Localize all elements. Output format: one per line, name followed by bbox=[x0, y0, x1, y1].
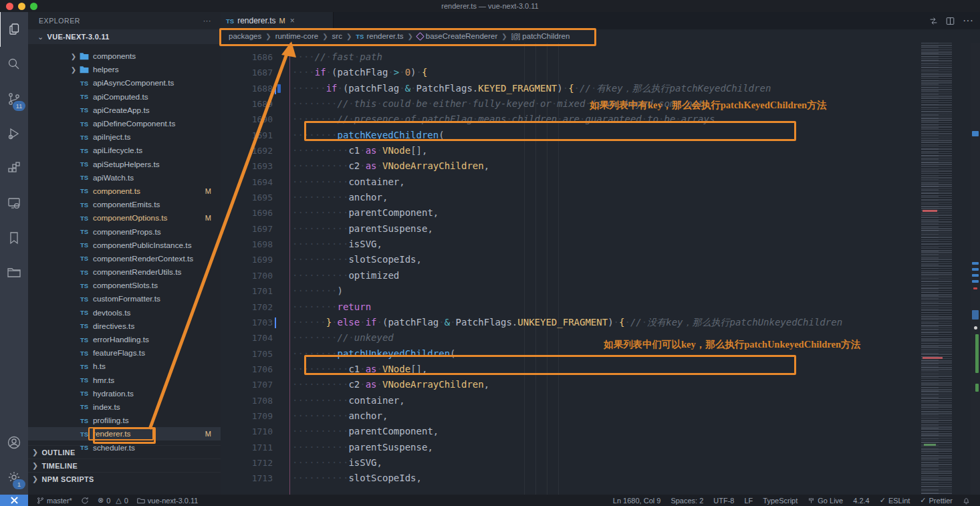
eslint-status[interactable]: ✓ESLint bbox=[880, 496, 910, 505]
bookmarks-icon[interactable] bbox=[0, 221, 28, 255]
section-npm-scripts[interactable]: ❯NPM SCRIPTS bbox=[28, 472, 221, 485]
extension-version[interactable]: 4.2.4 bbox=[853, 497, 869, 505]
tree-item-directives-ts[interactable]: TSdirectives.ts bbox=[28, 320, 221, 333]
tree-item-components[interactable]: ❯components bbox=[28, 49, 221, 63]
code-line-1691[interactable]: 1691········patchKeyedChildren( bbox=[221, 128, 917, 143]
extensions-icon[interactable] bbox=[0, 151, 28, 186]
tree-item-renderer-ts[interactable]: TSrenderer.tsM bbox=[28, 427, 221, 440]
tree-item-apiAsyncComponent-ts[interactable]: TSapiAsyncComponent.ts bbox=[28, 76, 221, 90]
tree-item-helpers[interactable]: ❯helpers bbox=[28, 63, 221, 76]
code-line-1699[interactable]: 1699··········slotScopeIds, bbox=[221, 252, 917, 267]
problems-item[interactable]: ⊗ 0 △ 0 bbox=[98, 496, 128, 505]
code-line-1706[interactable]: 1706··········c1·as·VNode[], bbox=[221, 362, 917, 377]
ts-file-icon: TS bbox=[78, 187, 91, 195]
code-line-1708[interactable]: 1708··········container, bbox=[221, 393, 917, 408]
go-live-button[interactable]: Go Live bbox=[808, 497, 843, 505]
breadcrumb-patchChildren[interactable]: [@]patchChildren bbox=[511, 32, 570, 40]
tree-item-apiInject-ts[interactable]: TSapiInject.ts bbox=[28, 130, 221, 144]
sync-button[interactable] bbox=[81, 497, 89, 505]
indentation[interactable]: Spaces: 2 bbox=[670, 497, 703, 505]
tab-renderer-ts[interactable]: TS renderer.ts M × bbox=[221, 12, 334, 29]
tree-item-errorHandling-ts[interactable]: TSerrorHandling.ts bbox=[28, 333, 221, 346]
source-control-icon[interactable]: 11 bbox=[0, 82, 28, 116]
section-timeline[interactable]: ❯TIMELINE bbox=[28, 459, 221, 472]
tree-item-hmr-ts[interactable]: TShmr.ts bbox=[28, 374, 221, 387]
tree-item-componentRenderContext-ts[interactable]: TScomponentRenderContext.ts bbox=[28, 252, 221, 265]
code-line-1712[interactable]: 1712··········isSVG, bbox=[221, 455, 917, 471]
project-manager-icon[interactable] bbox=[0, 255, 28, 290]
tree-item-componentRenderUtils-ts[interactable]: TScomponentRenderUtils.ts bbox=[28, 265, 221, 279]
tree-item-apiComputed-ts[interactable]: TSapiComputed.ts bbox=[28, 90, 221, 104]
overview-ruler[interactable] bbox=[971, 43, 980, 495]
code-line-1707[interactable]: 1707··········c2·as·VNodeArrayChildren, bbox=[221, 377, 917, 392]
code-line-1687[interactable]: 1687····if·(patchFlag·>·0)·{ bbox=[221, 65, 917, 80]
search-icon[interactable] bbox=[0, 47, 28, 82]
code-line-1698[interactable]: 1698··········isSVG, bbox=[221, 237, 917, 252]
code-line-1711[interactable]: 1711··········parentSuspense, bbox=[221, 440, 917, 455]
code-line-1696[interactable]: 1696··········parentComponent, bbox=[221, 205, 917, 221]
code-line-1703[interactable]: 1703······}·else·if·(patchFlag·&·PatchFl… bbox=[221, 315, 917, 330]
ts-file-icon: TS bbox=[78, 417, 91, 424]
code-line-1709[interactable]: 1709··········anchor, bbox=[221, 408, 917, 424]
tree-item-index-ts[interactable]: TSindex.ts bbox=[28, 400, 221, 414]
cursor-position[interactable]: Ln 1680, Col 9 bbox=[613, 497, 661, 505]
prettier-status[interactable]: ✓Prettier bbox=[920, 496, 953, 505]
code-line-1688[interactable]: 1688······if·(patchFlag·&·PatchFlags.KEY… bbox=[221, 81, 917, 96]
code-line-1693[interactable]: 1693··········c2·as·VNodeArrayChildren, bbox=[221, 158, 917, 174]
breadcrumb-renderer-ts[interactable]: TSrenderer.ts bbox=[356, 32, 403, 40]
tree-item-componentProps-ts[interactable]: TScomponentProps.ts bbox=[28, 225, 221, 238]
tree-item-apiDefineComponent-ts[interactable]: TSapiDefineComponent.ts bbox=[28, 117, 221, 130]
tree-item-component-ts[interactable]: TScomponent.tsM bbox=[28, 184, 221, 198]
tree-item-componentPublicInstance-ts[interactable]: TScomponentPublicInstance.ts bbox=[28, 239, 221, 252]
code-line-1690[interactable]: 1690········//·presence·of·patchFlag·mea… bbox=[221, 112, 917, 127]
tree-item-apiSetupHelpers-ts[interactable]: TSapiSetupHelpers.ts bbox=[28, 158, 221, 171]
tree-item-apiLifecycle-ts[interactable]: TSapiLifecycle.ts bbox=[28, 144, 221, 157]
code-line-1710[interactable]: 1710··········parentComponent, bbox=[221, 424, 917, 439]
code-line-1694[interactable]: 1694··········container, bbox=[221, 174, 917, 190]
eol[interactable]: LF bbox=[744, 497, 753, 505]
section-outline[interactable]: ❯OUTLINE bbox=[28, 445, 221, 459]
minimap[interactable] bbox=[917, 43, 971, 495]
git-branch-item[interactable]: master* bbox=[37, 497, 72, 505]
code-line-1686[interactable]: 1686····//·fast·path bbox=[221, 49, 917, 65]
split-editor-icon[interactable] bbox=[946, 17, 955, 25]
tree-item-featureFlags-ts[interactable]: TSfeatureFlags.ts bbox=[28, 346, 221, 360]
code-line-1713[interactable]: 1713··········slotScopeIds, bbox=[221, 471, 917, 486]
encoding[interactable]: UTF-8 bbox=[713, 497, 734, 505]
tree-item-hydration-ts[interactable]: TShydration.ts bbox=[28, 387, 221, 400]
tree-item-devtools-ts[interactable]: TSdevtools.ts bbox=[28, 306, 221, 320]
code-line-1700[interactable]: 1700··········optimized bbox=[221, 268, 917, 283]
code-line-1701[interactable]: 1701········) bbox=[221, 283, 917, 299]
warning-count: 0 bbox=[124, 497, 128, 505]
code-line-1697[interactable]: 1697··········parentSuspense, bbox=[221, 221, 917, 237]
remote-indicator[interactable] bbox=[0, 495, 28, 506]
editor-more-icon[interactable]: ··· bbox=[963, 15, 973, 27]
tree-item-profiling-ts[interactable]: TSprofiling.ts bbox=[28, 414, 221, 427]
language-mode[interactable]: TypeScript bbox=[763, 497, 798, 505]
tree-item-customFormatter-ts[interactable]: TScustomFormatter.ts bbox=[28, 292, 221, 305]
explorer-more-icon[interactable]: ··· bbox=[203, 17, 211, 25]
breadcrumb-packages[interactable]: packages bbox=[229, 32, 261, 40]
code-line-1702[interactable]: 1702········return bbox=[221, 299, 917, 315]
tree-item-apiCreateApp-ts[interactable]: TSapiCreateApp.ts bbox=[28, 104, 221, 117]
project-item[interactable]: vue-next-3.0.11 bbox=[137, 497, 199, 505]
remote-explorer-icon[interactable] bbox=[0, 186, 28, 221]
breadcrumb-baseCreateRenderer[interactable]: baseCreateRenderer bbox=[417, 32, 497, 40]
tree-item-componentSlots-ts[interactable]: TScomponentSlots.ts bbox=[28, 279, 221, 292]
open-changes-icon[interactable] bbox=[929, 17, 938, 25]
tree-item-apiWatch-ts[interactable]: TSapiWatch.ts bbox=[28, 171, 221, 184]
explorer-icon[interactable] bbox=[0, 12, 29, 47]
account-icon[interactable] bbox=[0, 425, 28, 460]
run-debug-icon[interactable] bbox=[0, 116, 28, 151]
tree-item-componentOptions-ts[interactable]: TScomponentOptions.tsM bbox=[28, 211, 221, 225]
code-line-1695[interactable]: 1695··········anchor, bbox=[221, 190, 917, 205]
notifications-bell[interactable] bbox=[963, 497, 970, 505]
settings-icon[interactable]: 1 bbox=[0, 460, 28, 495]
tree-item-componentEmits-ts[interactable]: TScomponentEmits.ts bbox=[28, 198, 221, 211]
tree-item-h-ts[interactable]: TSh.ts bbox=[28, 360, 221, 373]
breadcrumb-src[interactable]: src bbox=[332, 32, 342, 40]
code-line-1692[interactable]: 1692··········c1·as·VNode[], bbox=[221, 143, 917, 158]
workspace-root-row[interactable]: ⌄ VUE-NEXT-3.0.11 bbox=[28, 29, 221, 44]
tab-close-icon[interactable]: × bbox=[290, 16, 295, 25]
breadcrumb-runtime-core[interactable]: runtime-core bbox=[275, 32, 319, 40]
